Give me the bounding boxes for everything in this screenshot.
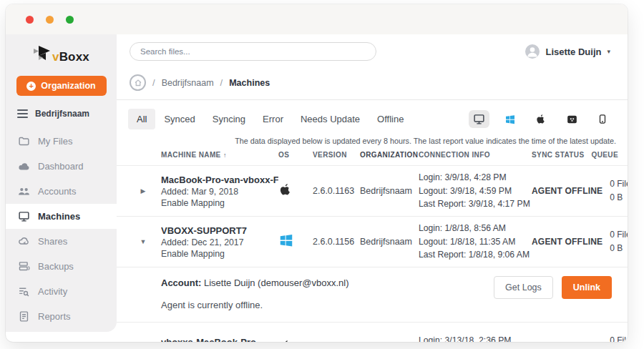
vboxx-logo: vBoxx: [6, 46, 117, 64]
collapse-row-icon[interactable]: ▼: [131, 238, 155, 245]
column-header-machine-name[interactable]: MACHINE NAME ↑: [155, 151, 278, 159]
machine-row: ▶ vboxxs-MacBook-Pro Added: Mar 13, 2018…: [117, 322, 628, 342]
column-header-sync-status[interactable]: SYNC STATUS: [532, 151, 584, 159]
add-organization-button[interactable]: + Organization: [16, 76, 107, 96]
menu-icon: [17, 109, 28, 118]
window-titlebar: [6, 4, 628, 34]
column-header-version[interactable]: VERSION: [313, 151, 360, 159]
chevron-down-icon: ▾: [607, 48, 610, 55]
machine-organization: Bedrijfsnaam: [360, 237, 419, 247]
machine-row: ▼ VBOXX-SUPPORT7 Added: Dec 21, 2017 Ena…: [117, 216, 628, 267]
machine-name: VBOXX-SUPPORT7: [161, 225, 278, 236]
add-organization-label: Organization: [41, 81, 95, 91]
column-header-organization[interactable]: ORGANIZATION: [360, 151, 419, 159]
app-window: vBoxx + Organization Bedrijfsnaam My Fil…: [6, 4, 628, 342]
sidebar-item-label: Shares: [38, 236, 67, 247]
home-icon[interactable]: [130, 74, 146, 91]
tab-all[interactable]: All: [128, 109, 155, 129]
connection-info: Login: 1/8/18, 8:56 AM Logout: 1/8/18, 1…: [419, 222, 532, 262]
sidebar-item-reports[interactable]: Reports: [6, 304, 117, 329]
sort-up-icon: ↑: [223, 152, 227, 159]
machine-name: MacBook-Pro-van-vboxx-Fab...: [161, 174, 278, 185]
breadcrumb-item-machines: Machines: [229, 78, 270, 88]
column-header-connection-info[interactable]: CONNECTION INFO: [419, 151, 532, 159]
report-icon: [18, 310, 30, 323]
windows-icon: [278, 232, 294, 248]
sidebar-item-backups[interactable]: Backups: [6, 254, 117, 279]
cloud-icon: [18, 160, 30, 172]
machine-name: vboxxs-MacBook-Pro: [161, 337, 278, 343]
avatar: [525, 44, 540, 59]
main-content: Lisette Duijn ▾ / Bedrijfsnaam / Machine…: [117, 34, 628, 342]
tab-offline[interactable]: Offline: [369, 109, 412, 129]
windows-filter-button[interactable]: [500, 111, 520, 128]
search-input[interactable]: [130, 42, 376, 61]
plus-icon: +: [26, 82, 36, 91]
mobile-filter-button[interactable]: [593, 110, 612, 128]
folder-icon: [18, 135, 30, 147]
column-header-os[interactable]: OS: [278, 151, 313, 159]
sync-status-badge: AGENT OFFLINE: [532, 237, 602, 247]
filter-tabs: All Synced Syncing Error Needs Update Of…: [117, 100, 628, 129]
breadcrumb-item-organization[interactable]: Bedrijfsnaam: [162, 78, 214, 88]
sidebar-item-dashboard[interactable]: Dashboard: [6, 154, 117, 179]
minimize-window-icon[interactable]: [46, 16, 54, 24]
agent-status-message: Agent is currently offline.: [161, 300, 612, 310]
sidebar-item-label: Accounts: [38, 186, 76, 197]
table-header: MACHINE NAME ↑ OS VERSION ORGANIZATION C…: [117, 151, 628, 165]
sidebar-nav: My Files Dashboard Accounts Mac: [6, 129, 117, 329]
apple-icon: [278, 182, 293, 197]
breadcrumb: / Bedrijfsnaam / Machines: [117, 72, 628, 100]
apple-icon: [535, 113, 547, 125]
tab-needs-update[interactable]: Needs Update: [292, 109, 369, 129]
breadcrumb-separator: /: [220, 77, 223, 88]
machine-row: ▶ MacBook-Pro-van-vboxx-Fab... Added: Ma…: [117, 165, 628, 216]
tab-synced[interactable]: Synced: [155, 109, 203, 129]
account-value: Lisette Duijn (demouser@vboxx.nl): [204, 277, 349, 288]
sidebar-item-label: Activity: [38, 286, 67, 297]
sidebar-item-activity[interactable]: Activity: [6, 279, 117, 304]
people-icon: [18, 185, 30, 197]
update-notice: The data displayed below is updated ever…: [117, 129, 628, 145]
mobile-icon: [597, 113, 608, 125]
machine-added-date: Added: Mar 9, 2018: [161, 187, 278, 197]
sidebar-item-accounts[interactable]: Accounts: [6, 179, 117, 204]
tab-error[interactable]: Error: [254, 109, 292, 129]
monitor-icon: [18, 210, 30, 222]
user-menu[interactable]: Lisette Duijn ▾: [525, 44, 610, 59]
column-header-queue[interactable]: QUEUE: [584, 151, 623, 159]
enable-mapping-link[interactable]: Enable Mapping: [161, 249, 278, 259]
sidebar-item-my-files[interactable]: My Files: [6, 129, 117, 154]
activity-icon: [18, 285, 30, 298]
unlink-button[interactable]: Unlink: [562, 276, 612, 299]
server-icon: [18, 260, 30, 272]
organization-selector[interactable]: Bedrijfsnaam: [6, 96, 117, 123]
queue-info: 0 Files 0 B: [602, 334, 628, 342]
sidebar-item-shares[interactable]: Shares: [6, 229, 117, 254]
person-icon: [525, 44, 540, 59]
monitor-icon: [473, 113, 485, 125]
apple-icon: [278, 338, 293, 342]
sidebar-item-label: Dashboard: [38, 161, 84, 172]
get-logs-button[interactable]: Get Logs: [494, 276, 553, 299]
close-window-icon[interactable]: [26, 16, 34, 24]
machine-version: 2.6.0.1156: [313, 237, 360, 247]
tab-syncing[interactable]: Syncing: [204, 109, 254, 129]
vboxx-logo-text: vBoxx: [52, 50, 89, 64]
account-label: Account:: [161, 277, 201, 288]
queue-info: 0 Files 0 B: [602, 228, 628, 255]
breadcrumb-separator: /: [152, 77, 155, 88]
expand-row-icon[interactable]: ▶: [131, 187, 155, 195]
sidebar: vBoxx + Organization Bedrijfsnaam My Fil…: [6, 34, 117, 332]
maximize-window-icon[interactable]: [66, 16, 74, 24]
desktop-filter-button[interactable]: [469, 110, 489, 128]
apple-filter-button[interactable]: [531, 110, 551, 128]
machine-detail-panel: Account: Lisette Duijn (demouser@vboxx.n…: [117, 267, 628, 322]
cloud-share-icon: [18, 235, 30, 247]
organization-name: Bedrijfsnaam: [35, 109, 89, 119]
sidebar-item-label: Backups: [38, 261, 74, 272]
machine-organization: Bedrijfsnaam: [360, 186, 419, 196]
linux-filter-button[interactable]: [562, 111, 582, 128]
enable-mapping-link[interactable]: Enable Mapping: [161, 198, 278, 208]
sidebar-item-machines[interactable]: Machines: [6, 204, 117, 229]
